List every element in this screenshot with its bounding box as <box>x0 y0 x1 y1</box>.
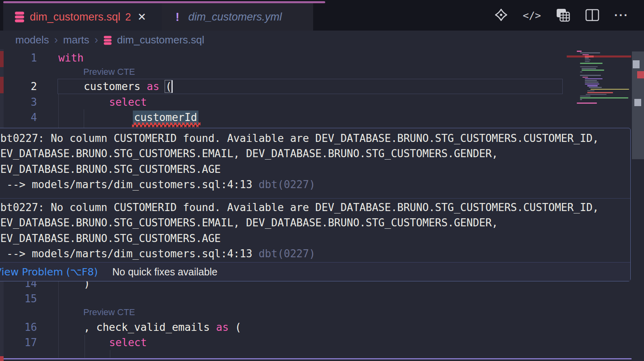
keyword-select: select <box>109 96 147 108</box>
left-error-mark <box>0 356 4 361</box>
error-text: dbt0227: No column CUSTOMERID found. Ava… <box>0 131 630 146</box>
minimap-code-line <box>580 66 598 68</box>
identifier-customers: customers <box>84 80 147 92</box>
minimap-code-line <box>587 90 594 92</box>
code-line-17[interactable]: select <box>109 335 147 351</box>
breadcrumb-models[interactable]: models <box>15 34 49 46</box>
diagnostic-block: dbt0227: No column CUSTOMERID found. Ava… <box>0 131 630 193</box>
minimap-code-line <box>577 51 582 52</box>
overview-ruler-marker <box>634 99 641 106</box>
chevron-right-icon: › <box>95 34 98 46</box>
minimap-code-line <box>585 78 603 80</box>
minimap-code-line <box>585 59 590 61</box>
error-squiggle <box>132 122 200 127</box>
line-number: 17 <box>0 335 37 351</box>
breadcrumb-marts[interactable]: marts <box>63 34 89 46</box>
codelens-preview-cte[interactable]: Preview CTE <box>83 307 135 318</box>
error-location: --> models/marts/dim_customers.sql:4:13 … <box>0 246 630 261</box>
codelens-preview-cte[interactable]: Preview CTE <box>83 67 135 77</box>
warning-icon: ! <box>175 10 180 24</box>
minimap-code-line <box>585 57 589 59</box>
identifier-check-valid-emails: , check_valid_emails <box>84 321 216 333</box>
minimap-code-line <box>580 75 601 76</box>
query-results-icon[interactable] <box>555 8 571 23</box>
indent-guide <box>85 335 85 358</box>
database-icon <box>103 34 112 45</box>
tab-dim-customers-yml[interactable]: ! dim_customers.yml <box>162 3 313 31</box>
minimap-code-line <box>587 92 613 93</box>
error-text: DEV_DATABASE.BRUNO.STG_CUSTOMERS.EMAIL, … <box>0 215 630 230</box>
code-line-16[interactable]: , check_valid_emails as ( <box>84 320 241 335</box>
minimap-error-token <box>585 55 594 57</box>
keyword-with: with <box>58 52 84 64</box>
left-error-mark <box>0 51 4 67</box>
minimap-code-line <box>585 80 597 81</box>
no-quick-fixes-label: No quick fixes available <box>112 266 217 278</box>
line-number: 1 <box>0 50 37 66</box>
hover-status-bar: View Problem (⌥F8) No quick fixes availa… <box>0 262 630 281</box>
editor-actions: </> ··· <box>494 0 629 31</box>
overview-ruler-marker <box>637 71 644 78</box>
minimap-error-line <box>567 55 631 57</box>
indent-guide <box>110 350 110 358</box>
error-file-path[interactable]: --> models/marts/dim_customers.sql:4:13 <box>0 178 258 191</box>
dbt-icon[interactable] <box>494 8 508 23</box>
minimap-code-line <box>590 89 629 90</box>
tab-label: dim_customers.sql <box>30 11 120 23</box>
minimap-code-line <box>585 61 590 62</box>
minimap-code-line <box>580 72 582 73</box>
minimap-code-line <box>580 52 600 53</box>
tab-label: dim_customers.yml <box>188 11 282 23</box>
view-problem-link[interactable]: View Problem (⌥F8) <box>0 266 98 278</box>
tab-modified-count: 2 <box>125 11 131 23</box>
error-text: dbt0227: No column CUSTOMERID found. Ava… <box>0 200 630 215</box>
minimap-code-line <box>585 82 599 83</box>
code-line-2[interactable]: customers as ( <box>84 79 171 94</box>
indent-guide <box>58 281 59 358</box>
breadcrumb-file[interactable]: dim_customers.sql <box>117 34 204 46</box>
minimap-code-line <box>587 85 598 86</box>
left-error-mark <box>0 77 4 93</box>
error-text: DEV_DATABASE.BRUNO.STG_CUSTOMERS.AGE <box>0 162 630 177</box>
line-number: 15 <box>0 291 37 307</box>
minimap[interactable] <box>567 50 631 111</box>
overview-ruler-marker <box>633 60 640 68</box>
keyword-select: select <box>109 336 147 349</box>
tab-bar: dim_customers.sql 2 ✕ ! dim_customers.ym… <box>0 0 644 31</box>
error-hover-popup: dbt0227: No column CUSTOMERID found. Ava… <box>0 128 631 281</box>
minimap-code-line <box>580 99 582 100</box>
diagnostic-block: dbt0227: No column CUSTOMERID found. Ava… <box>0 200 630 262</box>
minimap-code-line <box>582 54 589 55</box>
line-number: 3 <box>0 94 37 110</box>
error-code: dbt(0227) <box>258 248 315 260</box>
divider <box>0 198 630 199</box>
minimap-code-line <box>577 103 597 104</box>
more-actions-icon[interactable]: ··· <box>614 8 629 22</box>
minimap-code-line <box>580 96 590 97</box>
minimap-code-line <box>582 77 588 78</box>
minimap-code-line <box>589 87 602 88</box>
line-number: 4 <box>0 110 37 125</box>
editor-window: dim_customers.sql 2 ✕ ! dim_customers.ym… <box>0 0 644 361</box>
chevron-right-icon: › <box>54 34 58 46</box>
tab-dim-customers-sql[interactable]: dim_customers.sql 2 ✕ <box>3 3 162 31</box>
indent-guide <box>58 94 59 128</box>
panel-border <box>4 358 632 359</box>
close-icon[interactable]: ✕ <box>138 11 147 23</box>
code-line-3[interactable]: select <box>109 94 147 110</box>
keyword-as: as <box>216 321 229 333</box>
error-file-path[interactable]: --> models/marts/dim_customers.sql:4:13 <box>0 248 258 260</box>
text-cursor <box>171 80 173 93</box>
minimap-code-line <box>582 68 596 69</box>
scrollbar[interactable] <box>632 0 644 361</box>
split-editor-icon[interactable] <box>585 9 600 22</box>
compile-code-icon[interactable]: </> <box>523 10 541 21</box>
database-icon <box>14 11 25 23</box>
code-line-1[interactable]: with <box>58 50 84 66</box>
minimap-code-line <box>582 70 604 71</box>
indent-guide <box>84 109 84 128</box>
error-location: --> models/marts/dim_customers.sql:4:13 … <box>0 177 630 192</box>
error-text: DEV_DATABASE.BRUNO.STG_CUSTOMERS.AGE <box>0 231 630 246</box>
line-number: 16 <box>0 320 37 335</box>
line-number-current: 2 <box>0 79 37 94</box>
